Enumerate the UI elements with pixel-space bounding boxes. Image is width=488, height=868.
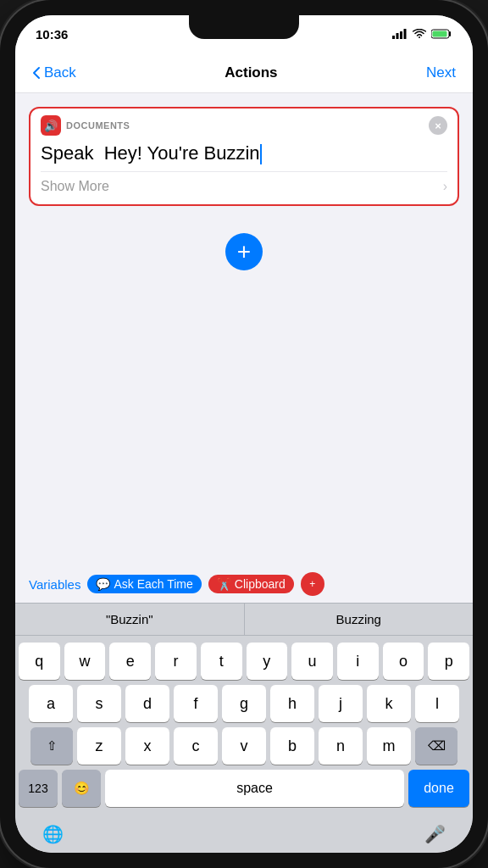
back-button[interactable]: Back [32, 64, 76, 81]
shift-key[interactable]: ⇧ [30, 727, 73, 765]
speak-content[interactable]: Hey! You're Buzzin [104, 142, 260, 164]
wifi-icon [413, 29, 426, 39]
status-icons [392, 29, 452, 39]
documents-icon: 🔊 [41, 115, 61, 136]
chevron-left-icon [32, 66, 41, 80]
mic-icon[interactable]: 🎤 [424, 824, 446, 844]
next-button[interactable]: Next [426, 64, 456, 81]
svg-rect-1 [396, 33, 399, 39]
clipboard-badge[interactable]: ✂️ Clipboard [208, 575, 294, 593]
key-a[interactable]: a [29, 685, 73, 722]
phone-frame: 10:36 [0, 0, 488, 868]
key-d[interactable]: d [125, 685, 169, 722]
svg-rect-0 [392, 36, 395, 39]
key-f[interactable]: f [174, 685, 218, 722]
status-time: 10:36 [36, 27, 68, 42]
key-v[interactable]: v [222, 727, 266, 765]
add-button-row: + [29, 220, 459, 284]
show-more-row[interactable]: Show More › [41, 171, 447, 198]
keyboard-row-1: q w e r t y u i o p [19, 643, 469, 680]
main-content: 🔊 DOCUMENTS × Speak Hey! You're Buzzin S… [15, 93, 473, 565]
card-body: Speak Hey! You're Buzzin Show More › [30, 139, 458, 204]
key-t[interactable]: t [201, 643, 242, 680]
delete-key[interactable]: ⌫ [415, 727, 458, 765]
key-u[interactable]: u [291, 643, 333, 680]
svg-rect-3 [404, 29, 407, 39]
card-header: 🔊 DOCUMENTS × [30, 108, 458, 139]
keyboard-row-2: a s d f g h j k l [19, 685, 469, 722]
svg-rect-5 [433, 31, 447, 37]
emoji-key[interactable]: 😊 [62, 770, 101, 807]
speak-label: Speak [41, 142, 93, 164]
key-z[interactable]: z [77, 727, 121, 765]
key-m[interactable]: m [367, 727, 411, 765]
key-k[interactable]: k [367, 685, 411, 722]
variables-bar: Variables 💬 Ask Each Time ✂️ Clipboard + [15, 565, 473, 603]
action-card: 🔊 DOCUMENTS × Speak Hey! You're Buzzin S… [29, 107, 459, 206]
done-key[interactable]: done [408, 770, 469, 807]
card-category: DOCUMENTS [66, 120, 130, 131]
autocomplete-item-2[interactable]: Buzzing [245, 604, 474, 635]
key-l[interactable]: l [415, 685, 459, 722]
key-x[interactable]: x [125, 727, 169, 765]
key-o[interactable]: o [383, 643, 424, 680]
phone-screen: 10:36 [15, 15, 473, 853]
svg-rect-2 [400, 31, 402, 39]
space-key[interactable]: space [105, 770, 404, 807]
num-key[interactable]: 123 [19, 770, 58, 807]
signal-icon [392, 29, 408, 39]
key-r[interactable]: r [155, 643, 197, 680]
variables-link[interactable]: Variables [29, 577, 80, 592]
battery-icon [431, 29, 452, 39]
key-y[interactable]: y [247, 643, 288, 680]
speak-text: Speak Hey! You're Buzzin [41, 142, 447, 164]
key-p[interactable]: p [428, 643, 469, 680]
bottom-bar: 🌐 🎤 [15, 815, 473, 853]
card-close-button[interactable]: × [429, 116, 447, 135]
nav-title: Actions [225, 64, 277, 81]
scissors-icon: ✂️ [217, 577, 231, 591]
key-w[interactable]: w [64, 643, 106, 680]
key-j[interactable]: j [319, 685, 363, 722]
chat-icon: 💬 [96, 577, 110, 591]
key-n[interactable]: n [319, 727, 363, 765]
keyboard-row-3: ⇧ z x c v b n m ⌫ [19, 727, 469, 765]
keyboard-row-4: 123 😊 space done [19, 770, 469, 807]
keyboard: q w e r t y u i o p a s d f g h j k [15, 636, 473, 815]
globe-icon[interactable]: 🌐 [42, 824, 64, 844]
key-q[interactable]: q [19, 643, 60, 680]
ask-each-time-badge[interactable]: 💬 Ask Each Time [87, 575, 201, 593]
key-s[interactable]: s [77, 685, 121, 722]
key-b[interactable]: b [270, 727, 314, 765]
nav-bar: Back Actions Next [15, 53, 473, 93]
key-h[interactable]: h [270, 685, 314, 722]
key-g[interactable]: g [222, 685, 266, 722]
show-more-chevron-icon: › [443, 179, 447, 194]
add-action-button[interactable]: + [225, 233, 263, 270]
autocomplete-item-1[interactable]: "Buzzin" [15, 604, 245, 635]
key-i[interactable]: i [337, 643, 379, 680]
key-c[interactable]: c [174, 727, 218, 765]
text-cursor [260, 144, 262, 164]
key-e[interactable]: e [109, 643, 151, 680]
more-badges-button[interactable]: + [301, 572, 324, 596]
show-more-text: Show More [41, 179, 109, 194]
notch [189, 15, 299, 39]
autocomplete-bar: "Buzzin" Buzzing [15, 603, 473, 636]
